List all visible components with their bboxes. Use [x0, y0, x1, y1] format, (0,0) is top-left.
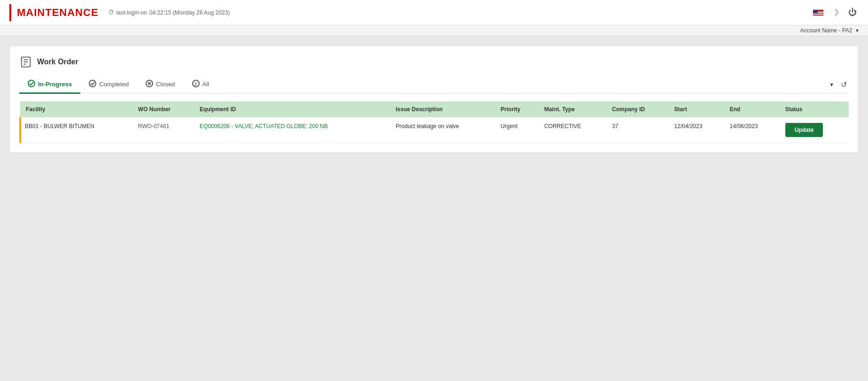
svg-point-5: [89, 80, 96, 87]
work-order-icon: [19, 55, 32, 69]
col-priority: Priority: [495, 101, 539, 117]
col-start: Start: [668, 101, 724, 117]
cell-status: Update: [780, 117, 849, 143]
closed-icon: [146, 80, 153, 89]
last-login-info: ⏱ last-login-on 04:22:15 (Monday 28 Aug …: [108, 9, 230, 16]
col-status: Status: [780, 101, 849, 117]
tabs-actions: ▾ ↺: [828, 79, 849, 90]
tab-in-progress-label: In-Progress: [38, 81, 72, 88]
tab-all-label: All: [202, 81, 209, 88]
col-company-id: Company ID: [606, 101, 668, 117]
tabs-row: In-Progress Completed: [19, 76, 849, 94]
work-order-table: Facility WO Number Equipment ID Issue De…: [19, 101, 849, 143]
card-title: Work Order: [37, 58, 78, 66]
cell-wo-number: RWO-07461: [132, 117, 194, 143]
refresh-button[interactable]: ↺: [839, 79, 849, 90]
cell-facility: BB01 - BULWER BITUMEN: [20, 117, 132, 143]
table-row: BB01 - BULWER BITUMEN RWO-07461 EQ000620…: [20, 117, 849, 143]
tab-closed[interactable]: Closed: [137, 76, 183, 94]
tab-in-progress[interactable]: In-Progress: [19, 76, 80, 94]
header-accent-bar: [9, 4, 11, 21]
header-icons: ☽ ⏻: [813, 7, 859, 19]
cell-priority: Urgent: [495, 117, 539, 143]
tab-closed-label: Closed: [156, 81, 175, 88]
work-order-card: Work Order In-Progress: [9, 46, 859, 153]
cell-issue-description: Product leakage on valve: [390, 117, 495, 143]
col-end: End: [724, 101, 780, 117]
tab-all[interactable]: $ All: [184, 76, 217, 94]
table-header-row: Facility WO Number Equipment ID Issue De…: [20, 101, 849, 117]
cell-end: 14/06/2023: [724, 117, 780, 143]
col-wo-number: WO Number: [132, 101, 194, 117]
flag-icon[interactable]: [813, 9, 824, 16]
top-header: MAINTENANCE ⏱ last-login-on 04:22:15 (Mo…: [0, 0, 868, 25]
equipment-link[interactable]: EQ0006206 - VALVE; ACTUATED GLOBE; 200 N…: [200, 123, 328, 130]
power-button[interactable]: ⏻: [846, 7, 859, 18]
card-header: Work Order: [19, 55, 849, 69]
filter-button[interactable]: ▾: [828, 80, 835, 89]
update-button[interactable]: Update: [785, 123, 823, 137]
svg-text:$: $: [194, 82, 197, 86]
cell-equipment-id: EQ0006206 - VALVE; ACTUATED GLOBE; 200 N…: [194, 117, 390, 143]
svg-point-4: [28, 80, 35, 87]
last-login-time: 04:22:15 (Monday 28 Aug 2023): [149, 9, 230, 16]
phone-button[interactable]: ☽: [829, 7, 841, 19]
app-title: MAINTENANCE: [17, 7, 99, 19]
in-progress-icon: [28, 80, 35, 89]
completed-icon: [89, 80, 96, 89]
col-facility: Facility: [20, 101, 132, 117]
account-name: Account Name - PA2: [800, 27, 852, 34]
cell-company-id: 37: [606, 117, 668, 143]
col-maint-type: Maint. Type: [539, 101, 606, 117]
last-login-label: last-login-on: [116, 9, 147, 16]
tab-completed-label: Completed: [99, 81, 129, 88]
tab-completed[interactable]: Completed: [80, 76, 137, 94]
col-equipment-id: Equipment ID: [194, 101, 390, 117]
col-issue-description: Issue Description: [390, 101, 495, 117]
main-content: Work Order In-Progress: [0, 36, 868, 162]
cell-maint-type: CORRECTIVE: [539, 117, 606, 143]
account-dropdown-icon[interactable]: ▾: [856, 27, 859, 34]
clock-icon: ⏱: [108, 9, 114, 16]
account-bar: Account Name - PA2 ▾: [0, 25, 868, 36]
cell-start: 12/04/2023: [668, 117, 724, 143]
all-icon: $: [192, 80, 200, 89]
